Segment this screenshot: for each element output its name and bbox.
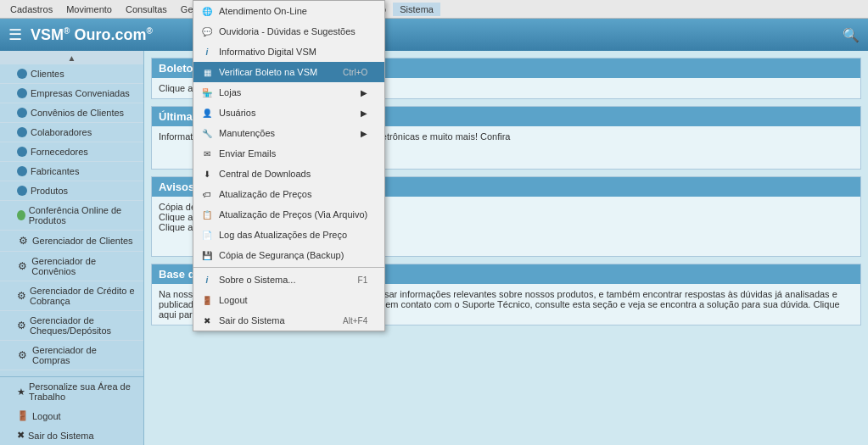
menu-lojas[interactable]: 🏪 Lojas ▶ xyxy=(193,82,384,103)
menu-consultas[interactable]: Consultas xyxy=(119,3,174,16)
search-icon[interactable]: 🔍 xyxy=(843,27,860,43)
info-circle-icon: i xyxy=(200,45,214,58)
download-icon: ⬇ xyxy=(200,167,214,181)
menu-atendimento[interactable]: 🌐 Atendimento On-Line xyxy=(193,1,384,21)
header-left: ☰ VSM® Ouro.com® xyxy=(8,25,153,44)
produtos-icon xyxy=(17,186,27,196)
log-icon: 📄 xyxy=(200,228,214,242)
submenu-arrow2-icon: ▶ xyxy=(361,108,367,118)
sidebar-item-clientes[interactable]: Clientes xyxy=(0,64,143,84)
about-icon: i xyxy=(200,273,214,286)
gear-credito-icon: ⚙ xyxy=(17,290,26,302)
exit-icon: ✖ xyxy=(200,314,214,327)
sidebar-item-fornecedores[interactable]: Fornecedores xyxy=(0,142,143,162)
sidebar-item-personalize[interactable]: ★ Personalize sua Área de Trabalho xyxy=(0,377,143,406)
menu-informativo[interactable]: i Informativo Digital VSM xyxy=(193,42,384,62)
menu-verificar-boleto[interactable]: ▦ Verificar Boleto na VSM Ctrl+O xyxy=(193,62,384,82)
sidebar-footer: ★ Personalize sua Área de Trabalho 🚪 Log… xyxy=(0,376,143,445)
sidebar-item-fabricantes[interactable]: Fabricantes xyxy=(0,162,143,181)
sistema-menu: 🌐 Atendimento On-Line 💬 Ouvidoria - Dúvi… xyxy=(193,0,385,331)
wrench-icon: 🔧 xyxy=(200,126,214,140)
star-icon: ★ xyxy=(17,387,25,398)
store-icon: 🏪 xyxy=(200,86,214,99)
backup-icon: 💾 xyxy=(200,248,214,262)
menu-separator xyxy=(193,267,384,268)
logout-icon: 🚪 xyxy=(200,293,214,307)
menu-copia-seguranca[interactable]: 💾 Cópia de Segurança (Backup) xyxy=(193,245,384,265)
header-bar: ☰ VSM® Ouro.com® 🔍 xyxy=(0,19,868,51)
speech-icon: 💬 xyxy=(200,25,214,38)
submenu-arrow-icon: ▶ xyxy=(361,88,367,97)
menu-cadastros[interactable]: Cadastros xyxy=(3,3,59,16)
menu-logout[interactable]: 🚪 Logout xyxy=(193,290,384,310)
colaboradores-icon xyxy=(17,127,27,137)
sidebar-item-gerenciador-compras[interactable]: ⚙ Gerenciador de Compras xyxy=(0,341,143,370)
sidebar-item-conferencia[interactable]: Conferência Online de Produtos xyxy=(0,201,143,231)
sidebar-item-gerenciador-credito[interactable]: ⚙ Gerenciador de Crédito e Cobrança xyxy=(0,281,143,311)
menu-sair[interactable]: ✖ Sair do Sistema Alt+F4 xyxy=(193,310,384,331)
app-logo: VSM® Ouro.com® xyxy=(31,26,153,44)
menu-usuarios[interactable]: 👤 Usuários ▶ xyxy=(193,103,384,123)
fabricantes-icon xyxy=(17,166,27,176)
menu-movimento[interactable]: Movimento xyxy=(59,3,119,16)
sidebar-item-gerenciador-cheques[interactable]: ⚙ Gerenciador de Cheques/Depósitos xyxy=(0,311,143,341)
sidebar-item-convenios-clientes[interactable]: Convênios de Clientes xyxy=(0,103,143,123)
empresas-icon xyxy=(17,88,27,98)
convenios-icon xyxy=(17,108,27,118)
globe-icon: 🌐 xyxy=(200,4,214,18)
envelope-icon: ✉ xyxy=(200,147,214,160)
menu-central-downloads[interactable]: ⬇ Central de Downloads xyxy=(193,164,384,184)
menu-enviar-emails[interactable]: ✉ Enviar Emails xyxy=(193,143,384,164)
sidebar-item-produtos[interactable]: Produtos xyxy=(0,181,143,201)
sidebar-item-gerenciador-clientes[interactable]: ⚙ Gerenciador de Clientes xyxy=(0,231,143,252)
sidebar-scroll-up[interactable]: ▲ xyxy=(0,51,143,64)
menu-sistema[interactable]: Sistema xyxy=(393,3,440,16)
barcode-icon: ▦ xyxy=(200,65,214,79)
menu-sobre[interactable]: i Sobre o Sistema... F1 xyxy=(193,270,384,290)
price-file-icon: 📋 xyxy=(200,208,214,221)
gear-clientes-icon: ⚙ xyxy=(17,235,29,247)
menu-atualizacao-precos[interactable]: 🏷 Atualização de Preços xyxy=(193,184,384,204)
person-icon: 👤 xyxy=(200,106,214,120)
fornecedores-icon xyxy=(17,147,27,157)
menu-atualizacao-precos-arquivo[interactable]: 📋 Atualização de Preços (Via Arquivo) xyxy=(193,204,384,225)
sidebar-item-sair[interactable]: ✖ Sair do Sistema xyxy=(0,426,143,445)
logout-sidebar-icon: 🚪 xyxy=(17,410,29,421)
gear-compras-icon: ⚙ xyxy=(17,349,29,361)
conferencia-icon xyxy=(17,210,25,220)
sidebar-item-gerenciador-convenios[interactable]: ⚙ Gerenciador de Convênios xyxy=(0,252,143,281)
sistema-dropdown: 🌐 Atendimento On-Line 💬 Ouvidoria - Dúvi… xyxy=(193,0,385,331)
menu-log-atualizacoes[interactable]: 📄 Log das Atualizações de Preço xyxy=(193,225,384,245)
submenu-arrow3-icon: ▶ xyxy=(361,129,367,138)
gear-cheques-icon: ⚙ xyxy=(17,320,26,331)
hamburger-menu-icon[interactable]: ☰ xyxy=(8,25,22,44)
menu-ouvidoria[interactable]: 💬 Ouvidoria - Dúvidas e Sugestões xyxy=(193,21,384,42)
sidebar-item-empresas-conveniadas[interactable]: Empresas Conveniadas xyxy=(0,84,143,103)
clientes-icon xyxy=(17,69,27,79)
price-tag-icon: 🏷 xyxy=(200,187,214,201)
top-menubar: Cadastros Movimento Consultas Gerencial … xyxy=(0,0,868,19)
main-layout: ▲ Clientes Empresas Conveniadas Convênio… xyxy=(0,51,868,445)
sidebar-item-colaboradores[interactable]: Colaboradores xyxy=(0,123,143,142)
exit-sidebar-icon: ✖ xyxy=(17,430,25,441)
menu-manutencoes[interactable]: 🔧 Manutenções ▶ xyxy=(193,123,384,143)
gear-convenios-icon: ⚙ xyxy=(17,260,28,272)
sidebar: ▲ Clientes Empresas Conveniadas Convênio… xyxy=(0,51,144,445)
sidebar-item-logout[interactable]: 🚪 Logout xyxy=(0,406,143,426)
